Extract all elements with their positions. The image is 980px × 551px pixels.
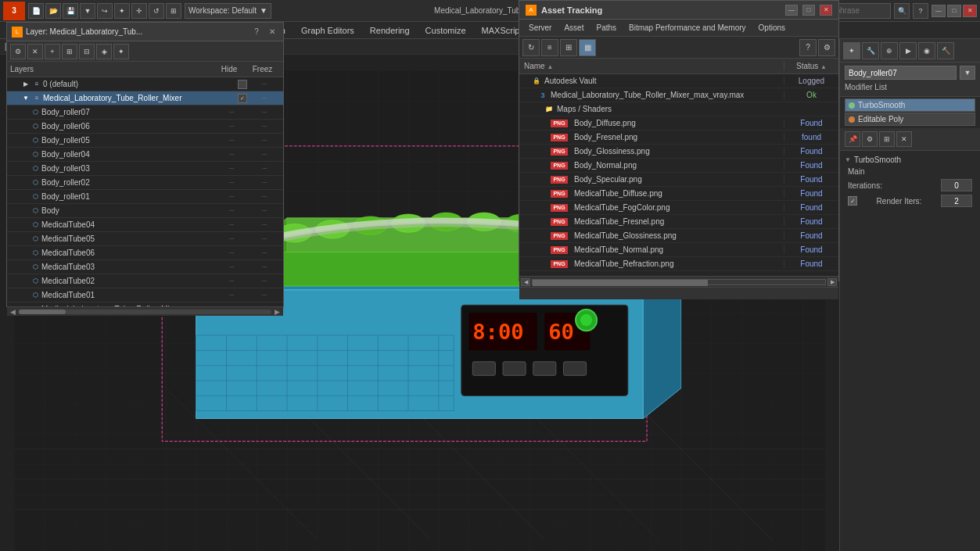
layer-del-btn[interactable]: ✕	[27, 44, 43, 59]
layer-visibility[interactable]	[238, 80, 247, 89]
scale-btn[interactable]: ⊞	[166, 3, 181, 19]
asset-menu-asset[interactable]: Asset	[558, 22, 590, 34]
rp-hierarchy-btn[interactable]: ⊕	[881, 42, 898, 59]
layer-item[interactable]: ⬡ MedicalTube02 ··· ···	[7, 274, 283, 288]
layer-item[interactable]: ⬡ Body_roller03 ··· ···	[7, 162, 283, 176]
layer-item-selected[interactable]: ▼ ≡ Medical_Laboratory_Tube_Roller_Mixer…	[7, 91, 283, 106]
asset-maximize-btn[interactable]: □	[802, 5, 815, 16]
modifier-edpoly[interactable]: Editable Poly	[845, 113, 975, 126]
layer-item[interactable]: ⬡ Medical_Laboratory_Tube_Roller_Mixer ·…	[7, 302, 283, 306]
object-name-input[interactable]	[845, 66, 957, 80]
layer-panel-titlebar[interactable]: L Layer: Medical_Laboratory_Tub... ? ✕	[7, 23, 283, 41]
col-status-sort-icon[interactable]: ▲	[820, 63, 827, 70]
asset-row-png[interactable]: PNG MedicalTube_Glossiness.png Found	[519, 229, 838, 243]
asset-row-vault[interactable]: 🔒 Autodesk Vault Logged	[519, 74, 838, 88]
rp-create-btn[interactable]: ✦	[843, 42, 860, 59]
asset-row-png[interactable]: PNG MedicalTube_Diffuse.png Found	[519, 187, 838, 201]
layer-list[interactable]: ▶ ≡ 0 (default) ··· ▼ ≡ Medical_Laborato…	[7, 77, 283, 306]
layer-item[interactable]: ⬡ Body_roller05 ··· ···	[7, 134, 283, 148]
move-btn[interactable]: ✛	[131, 3, 147, 19]
rp-display-btn[interactable]: ◉	[918, 42, 935, 59]
asset-row-maxfile[interactable]: 3 Medical_Laboratory_Tube_Roller_Mixer_m…	[519, 88, 838, 102]
layer-highlight-btn[interactable]: ✦	[113, 44, 129, 59]
layer-item[interactable]: ⬡ Body_roller04 ··· ···	[7, 148, 283, 162]
win-maximize[interactable]: □	[947, 5, 961, 17]
select-btn[interactable]: ✦	[114, 3, 130, 19]
layer-panel-close[interactable]: ✕	[266, 26, 278, 38]
menu-graph-editors[interactable]: Graph Editors	[293, 24, 362, 37]
asset-row-maps[interactable]: 📁 Maps / Shaders	[519, 102, 838, 116]
open-btn[interactable]: 📂	[45, 3, 61, 19]
asset-panel-titlebar[interactable]: A Asset Tracking — □ ✕	[519, 1, 838, 20]
hscroll-track[interactable]	[532, 279, 826, 285]
asset-row-png[interactable]: PNG MedicalTube_Refraction.png Found	[519, 257, 838, 271]
at-grid-btn[interactable]: ⊞	[560, 39, 577, 56]
search-btn[interactable]: 🔍	[894, 3, 910, 19]
at-help-btn[interactable]: ?	[799, 39, 817, 56]
asset-row-png[interactable]: PNG MedicalTube_FogColor.png Found	[519, 201, 838, 215]
iterations-value[interactable]: 0	[941, 179, 972, 191]
layer-item[interactable]: ⬡ MedicalTube04 ··· ···	[7, 218, 283, 232]
layer-unlink-btn[interactable]: ⊟	[79, 44, 95, 59]
new-btn[interactable]: 📄	[28, 3, 44, 19]
rp-cfg-btn[interactable]: ⚙	[862, 131, 878, 147]
layer-visibility[interactable]: ✓	[238, 94, 247, 103]
undo-btn[interactable]: ▼	[80, 3, 95, 19]
layer-panel-help[interactable]: ?	[250, 26, 263, 38]
at-config-btn[interactable]: ⚙	[818, 39, 835, 56]
rp-modify-btn[interactable]: 🔧	[862, 42, 879, 59]
redo-btn[interactable]: ↪	[97, 3, 113, 19]
asset-row-png[interactable]: PNG MedicalTube_Fresnel.png Found	[519, 215, 838, 229]
workspace-dropdown[interactable]: Workspace: Default ▼	[185, 3, 271, 19]
asset-row-png[interactable]: PNG Body_Glossiness.png Found	[519, 145, 838, 159]
menu-customize[interactable]: Customize	[418, 24, 474, 37]
layer-scrollbar[interactable]: ◀ ▶	[7, 306, 283, 316]
rp-pin-btn[interactable]: 📌	[845, 131, 860, 147]
layer-item[interactable]: ⬡ Body_roller06 ··· ···	[7, 120, 283, 134]
win-close[interactable]: ✕	[963, 5, 977, 17]
layer-item[interactable]: ⬡ MedicalTube01 ··· ···	[7, 288, 283, 302]
rp-utilities-btn[interactable]: 🔨	[937, 42, 954, 59]
asset-menu-paths[interactable]: Paths	[590, 22, 623, 34]
layer-item[interactable]: ⬡ Body_roller02 ··· ···	[7, 176, 283, 190]
render-iters-value[interactable]: 2	[941, 195, 972, 207]
turbosm-header[interactable]: ▼ TurboSmooth	[845, 154, 975, 166]
asset-row-png[interactable]: PNG Body_Fresnel.png found	[519, 131, 838, 145]
scroll-thumb[interactable]	[19, 309, 66, 314]
menu-rendering[interactable]: Rendering	[362, 24, 418, 37]
rp-inst-btn[interactable]: ⊞	[879, 131, 895, 147]
asset-scrollbar[interactable]: ◀ ▶	[519, 276, 838, 287]
hscroll-thumb[interactable]	[533, 280, 708, 286]
layer-item[interactable]: ⬡ Body_roller07 ··· ···	[7, 106, 283, 120]
layer-item[interactable]: ⬡ Body ··· ···	[7, 204, 283, 218]
help-btn[interactable]: ?	[913, 3, 928, 19]
modifier-dropdown-btn[interactable]: ▼	[960, 66, 975, 80]
at-refresh-btn[interactable]: ↻	[522, 39, 540, 56]
asset-minimize-btn[interactable]: —	[785, 5, 798, 16]
scroll-right-btn[interactable]: ▶	[275, 308, 280, 316]
asset-menu-bitmap[interactable]: Bitmap Performance and Memory	[623, 22, 752, 34]
layer-item[interactable]: ⬡ MedicalTube03 ··· ···	[7, 260, 283, 274]
hscroll-left-btn[interactable]: ◀	[521, 278, 530, 286]
layer-add-btn[interactable]: +	[45, 44, 60, 59]
layer-sel-btn[interactable]: ◈	[96, 44, 112, 59]
asset-row-png[interactable]: PNG Body_Diffuse.png Found	[519, 116, 838, 131]
scroll-track[interactable]	[19, 309, 271, 314]
hscroll-right-btn[interactable]: ▶	[827, 278, 837, 286]
layer-item[interactable]: ⬡ Body_roller01 ··· ···	[7, 190, 283, 204]
asset-menu-server[interactable]: Server	[522, 22, 558, 34]
layer-item[interactable]: ⬡ MedicalTube05 ··· ···	[7, 232, 283, 246]
render-iters-checkbox[interactable]: ✓	[848, 196, 857, 206]
col-name-sort-icon[interactable]: ▲	[547, 63, 553, 70]
rotate-btn[interactable]: ↺	[149, 3, 164, 19]
scroll-left-btn[interactable]: ◀	[10, 308, 16, 316]
asset-row-png[interactable]: PNG Body_Normal.png Found	[519, 159, 838, 173]
layer-settings-btn[interactable]: ⚙	[10, 44, 26, 59]
at-table-btn[interactable]: ▦	[579, 39, 596, 56]
layer-link-btn[interactable]: ⊞	[62, 44, 77, 59]
rp-del-btn[interactable]: ✕	[896, 131, 912, 147]
asset-menu-options[interactable]: Options	[752, 22, 792, 34]
modifier-turbosm[interactable]: TurboSmooth	[845, 98, 975, 112]
win-minimize[interactable]: —	[932, 5, 946, 17]
layer-item[interactable]: ⬡ MedicalTube06 ··· ···	[7, 246, 283, 260]
